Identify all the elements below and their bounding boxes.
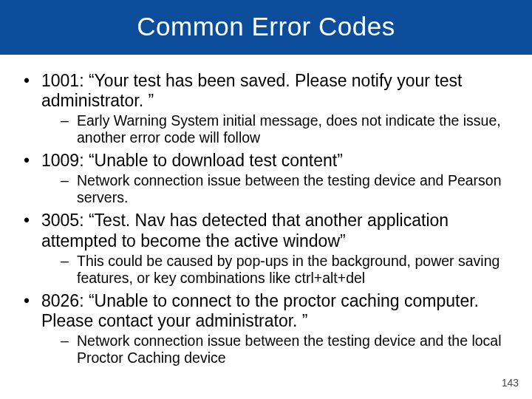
list-item: • 1001: “Your test has been saved. Pleas… xyxy=(22,71,510,146)
item-sub: Network connection issue between the tes… xyxy=(77,332,510,366)
item-sub: Early Warning System initial message, do… xyxy=(77,112,510,146)
dash-icon: – xyxy=(61,332,77,349)
page-number: 143 xyxy=(502,377,519,389)
sub-item: – Network connection issue between the t… xyxy=(61,172,510,206)
sub-item: – Network connection issue between the t… xyxy=(61,332,510,366)
sub-item: – This could be caused by pop-ups in the… xyxy=(61,253,510,287)
dash-icon: – xyxy=(61,172,77,189)
bullet-icon: • xyxy=(22,151,41,171)
dash-icon: – xyxy=(61,112,77,129)
list-item: • 1009: “Unable to download test content… xyxy=(22,151,510,206)
sub-list: – Early Warning System initial message, … xyxy=(61,112,510,146)
title-bar: Common Error Codes xyxy=(0,0,532,55)
item-sub: This could be caused by pop-ups in the b… xyxy=(77,253,510,287)
slide-title: Common Error Codes xyxy=(0,12,532,41)
item-main: 3005: “Test. Nav has detected that anoth… xyxy=(41,211,510,250)
error-code-list: • 1001: “Your test has been saved. Pleas… xyxy=(22,71,510,366)
dash-icon: – xyxy=(61,253,77,270)
bullet-icon: • xyxy=(22,71,41,91)
bullet-icon: • xyxy=(22,291,41,311)
list-item: • 8026: “Unable to connect to the procto… xyxy=(22,291,510,366)
sub-list: – This could be caused by pop-ups in the… xyxy=(61,253,510,287)
bullet-icon: • xyxy=(22,211,41,231)
item-main: 1009: “Unable to download test content” xyxy=(41,151,510,171)
item-main: 8026: “Unable to connect to the proctor … xyxy=(41,291,510,331)
slide-content: • 1001: “Your test has been saved. Pleas… xyxy=(0,55,532,366)
sub-list: – Network connection issue between the t… xyxy=(61,172,510,206)
sub-list: – Network connection issue between the t… xyxy=(61,332,510,366)
list-item: • 3005: “Test. Nav has detected that ano… xyxy=(22,211,510,286)
sub-item: – Early Warning System initial message, … xyxy=(61,112,510,146)
item-main: 1001: “Your test has been saved. Please … xyxy=(41,71,510,111)
item-sub: Network connection issue between the tes… xyxy=(77,172,510,206)
